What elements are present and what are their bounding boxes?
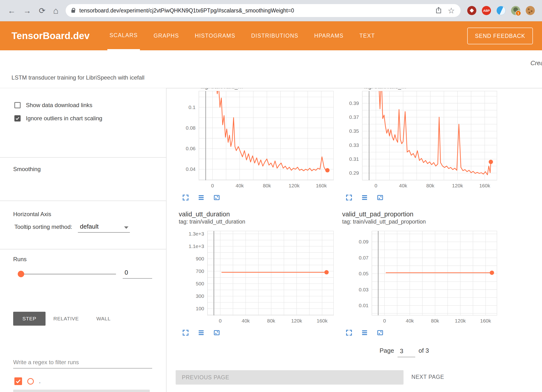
share-icon[interactable] xyxy=(435,6,442,15)
horizontal-axis-label: Horizontal Axis xyxy=(13,211,51,218)
svg-text:80k: 80k xyxy=(426,183,434,188)
fit-domain-button[interactable] xyxy=(212,328,221,337)
svg-text:0.31: 0.31 xyxy=(349,156,359,162)
clipped-chart-header: tag: train/valid_… xyxy=(341,88,506,91)
svg-text:160k: 160k xyxy=(317,318,328,323)
svg-text:40k: 40k xyxy=(242,318,250,323)
svg-text:100: 100 xyxy=(196,306,204,311)
svg-text:0.08: 0.08 xyxy=(186,125,196,131)
svg-text:120k: 120k xyxy=(455,318,466,323)
back-icon[interactable]: ← xyxy=(8,7,16,15)
expand-chart-button[interactable] xyxy=(181,328,190,337)
svg-text:0.33: 0.33 xyxy=(349,142,359,148)
extensions-row: ABP 1 xyxy=(467,6,535,15)
svg-text:0: 0 xyxy=(211,183,214,188)
ignore-outliers-checkbox[interactable] xyxy=(14,115,21,121)
clipped-chart-header: tag: train/valid_… xyxy=(177,88,343,91)
browser-chrome: ← → ⟳ ⌂ tensorboard.dev/experiment/cj2vt… xyxy=(0,0,542,21)
app-header: TensorBoard.dev SCALARS GRAPHS HISTOGRAM… xyxy=(0,21,542,50)
url-bar[interactable]: tensorboard.dev/experiment/cj2vtPiwQHKN9… xyxy=(66,4,461,17)
svg-text:0.03: 0.03 xyxy=(359,287,369,292)
tab-graphs[interactable]: GRAPHS xyxy=(151,21,181,50)
smoothing-value-input[interactable]: 0 xyxy=(123,268,152,279)
tooltip-sorting-row: Tooltip sorting method: default xyxy=(14,222,130,233)
scalar-chart[interactable]: 040k80k120k160k1.3e+31.1e+39007005003001… xyxy=(177,231,335,325)
run-row[interactable]: . xyxy=(14,377,40,386)
sidebar-divider xyxy=(166,88,167,392)
next-page-button[interactable]: NEXT PAGE xyxy=(411,374,444,380)
lock-icon[interactable] xyxy=(71,10,75,13)
svg-text:0.29: 0.29 xyxy=(349,170,359,176)
tab-histograms[interactable]: HISTOGRAMS xyxy=(193,21,237,50)
fit-domain-button[interactable] xyxy=(375,328,385,337)
send-feedback-button[interactable]: SEND FEEDBACK xyxy=(467,28,533,44)
svg-text:0.06: 0.06 xyxy=(186,146,196,151)
expand-chart-button[interactable] xyxy=(344,328,354,337)
chart-card: tag: train/valid_… 040k80k120k160k0.10.0… xyxy=(177,88,343,202)
page-label: Page xyxy=(380,347,394,354)
screenshot-extension-icon[interactable] xyxy=(496,6,506,15)
tab-distributions[interactable]: DISTRIBUTIONS xyxy=(249,21,300,50)
expand-chart-button[interactable] xyxy=(344,193,354,202)
chevron-down-icon xyxy=(124,226,128,229)
data-series-button[interactable] xyxy=(196,193,206,202)
abp-extension-icon[interactable]: ABP xyxy=(482,6,491,15)
app-logo[interactable]: TensorBoard.dev xyxy=(12,30,90,41)
axis-wall-button[interactable]: WALL xyxy=(87,312,120,326)
data-series-button[interactable] xyxy=(360,328,369,337)
chart-title: valid_utt_pad_proportion xyxy=(341,210,506,218)
svg-text:0.09: 0.09 xyxy=(359,239,369,244)
svg-text:0.05: 0.05 xyxy=(359,271,369,276)
profile-badge: 1 xyxy=(515,10,521,16)
tooltip-sorting-select[interactable]: default xyxy=(78,222,130,233)
previous-page-button[interactable]: PREVIOUS PAGE xyxy=(176,370,404,385)
page-number-input[interactable]: 3 xyxy=(398,347,415,357)
scalar-chart[interactable]: 040k80k120k160k0.390.370.350.330.310.29 xyxy=(341,91,499,190)
svg-text:120k: 120k xyxy=(289,183,300,188)
toggle-all-runs-button[interactable]: TOGGLE ALL RUNS xyxy=(13,390,150,392)
expand-chart-button[interactable] xyxy=(181,193,190,202)
slider-thumb[interactable] xyxy=(18,271,24,277)
svg-text:120k: 120k xyxy=(291,318,302,323)
run-name: . xyxy=(39,378,40,385)
ignore-outliers-row[interactable]: Ignore outliers in chart scaling xyxy=(14,115,102,122)
svg-text:40k: 40k xyxy=(236,183,244,188)
scalar-chart[interactable]: 040k80k120k160k0.10.080.060.04 xyxy=(177,91,335,190)
svg-text:80k: 80k xyxy=(263,183,271,188)
show-download-links-checkbox[interactable] xyxy=(14,102,21,108)
tab-text[interactable]: TEXT xyxy=(357,21,377,50)
svg-text:0.07: 0.07 xyxy=(359,255,369,260)
fit-domain-button[interactable] xyxy=(212,193,221,202)
data-series-button[interactable] xyxy=(360,193,369,202)
reload-icon[interactable]: ⟳ xyxy=(39,7,46,15)
axis-step-button[interactable]: STEP xyxy=(13,312,46,326)
cookie-extension-icon[interactable] xyxy=(526,6,535,15)
tooltip-sorting-label: Tooltip sorting method: xyxy=(14,224,72,233)
smoothing-slider[interactable] xyxy=(14,270,117,278)
run-color-swatch[interactable] xyxy=(27,378,34,385)
svg-text:300: 300 xyxy=(196,293,204,299)
runs-filter-input[interactable]: Write a regex to filter runs xyxy=(13,358,152,369)
svg-text:120k: 120k xyxy=(452,183,463,188)
bookmark-star-icon[interactable]: ☆ xyxy=(448,6,455,15)
fit-domain-button[interactable] xyxy=(375,193,385,202)
tab-hparams[interactable]: HPARAMS xyxy=(312,21,346,50)
run-checkbox[interactable] xyxy=(14,377,22,385)
slider-track[interactable] xyxy=(21,274,116,275)
profile-avatar[interactable]: 1 xyxy=(511,6,520,15)
adblocker-icon[interactable] xyxy=(467,6,476,15)
axis-relative-button[interactable]: RELATIVE xyxy=(46,312,87,326)
forward-icon[interactable]: → xyxy=(23,7,31,15)
data-series-button[interactable] xyxy=(196,328,206,337)
tab-scalars[interactable]: SCALARS xyxy=(107,21,140,50)
page-total-label: of 3 xyxy=(419,347,429,354)
chart-tag: tag: train/valid_utt_duration xyxy=(177,218,343,225)
svg-text:160k: 160k xyxy=(316,183,327,188)
divider xyxy=(0,157,166,158)
show-download-links-row[interactable]: Show data download links xyxy=(14,102,92,109)
settings-sidebar: Show data download links Ignore outliers… xyxy=(0,88,166,392)
home-icon[interactable]: ⌂ xyxy=(53,6,58,15)
scalar-chart[interactable]: 040k80k120k160k0.090.070.050.030.01 xyxy=(341,231,499,325)
svg-text:0.1: 0.1 xyxy=(189,104,196,110)
url-text[interactable]: tensorboard.dev/experiment/cj2vtPiwQHKN9… xyxy=(79,7,294,14)
